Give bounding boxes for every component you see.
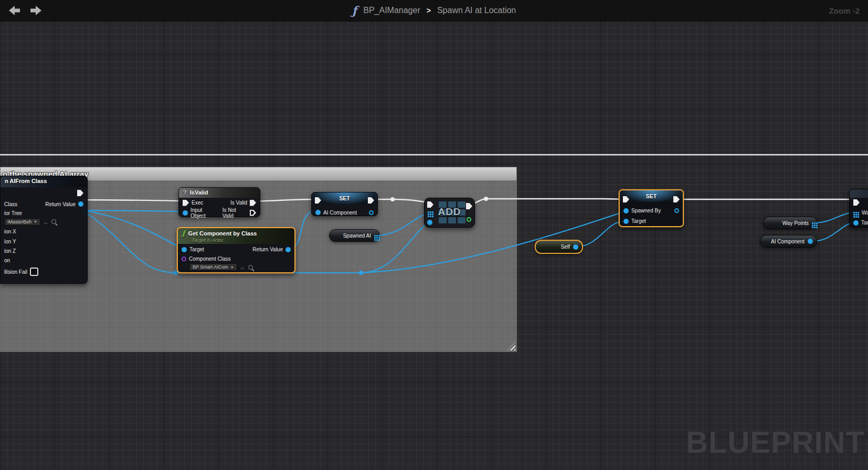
target-array-pin[interactable] [428, 211, 429, 213]
node-title-bar: SET [312, 193, 377, 204]
forward-arrow-icon[interactable] [29, 4, 43, 17]
question-mark-icon: ? [183, 189, 187, 196]
pin-label-class: Class [4, 201, 17, 207]
function-icon: ƒ [352, 4, 357, 17]
spawned-by-out-pin[interactable] [674, 208, 679, 213]
pin-label-target: Target [631, 218, 646, 224]
new-item-pin[interactable] [427, 220, 432, 225]
pin-label-component-class: Component Class [189, 256, 230, 262]
is-not-valid-exec-out-pin[interactable] [250, 210, 256, 216]
way-points-array-pin[interactable] [853, 212, 855, 213]
node-spawn-ai-from-class[interactable]: n AIFrom Class Class Return Value ior Tr… [0, 176, 88, 284]
chevron-down-icon: ▼ [230, 265, 234, 269]
variable-label: AI Component [771, 239, 805, 244]
pin-label-target: Target [189, 247, 204, 252]
return-value-pin[interactable] [285, 247, 291, 252]
node-get-ai-component[interactable]: AI Component [760, 235, 817, 248]
breadcrumb-graph[interactable]: Spawn AI at Location [437, 6, 516, 15]
target-in-pin[interactable] [853, 220, 859, 226]
spawned-by-in-pin[interactable] [623, 208, 629, 213]
node-subtitle: Target is Actor [192, 237, 290, 243]
exec-in-pin[interactable] [853, 199, 860, 206]
node-get-component-by-class[interactable]: ƒ Get Component by Class Target is Actor… [177, 227, 295, 273]
pin-label-location-y: ion Y [4, 239, 16, 244]
node-array-add[interactable]: ADD [424, 198, 475, 228]
use-asset-arrow-icon[interactable]: ← [43, 219, 49, 225]
variable-label: Way Points [782, 220, 809, 226]
browse-asset-icon[interactable] [51, 219, 56, 224]
back-arrow-icon[interactable] [7, 4, 21, 17]
function-icon: ƒ [182, 229, 185, 237]
return-index-pin[interactable] [467, 217, 471, 222]
chevron-down-icon: ▼ [34, 220, 37, 223]
component-class-pin[interactable] [182, 257, 186, 261]
collision-fail-checkbox[interactable] [30, 268, 38, 276]
node-title-bar: n AIFrom Class [1, 176, 87, 187]
way-points-array-pin[interactable] [812, 222, 813, 224]
node-title-bar: ƒ Get Component by Class Target is Actor [178, 228, 294, 244]
wire-layer [0, 0, 868, 470]
return-value-pin[interactable] [78, 201, 83, 207]
use-asset-arrow-icon[interactable]: ← [240, 264, 246, 270]
self-out-pin[interactable] [573, 244, 578, 250]
target-pin[interactable] [182, 247, 187, 252]
node-title: n AIFrom Class [5, 178, 47, 184]
pin-label-way: Way [862, 210, 868, 216]
component-class-dropdown[interactable]: BP Smart AICom ▼ [189, 263, 237, 271]
pin-label-location-x: ion X [4, 229, 16, 234]
node-partial-right[interactable]: Way Targ [849, 189, 868, 228]
node-get-self[interactable]: Self [535, 240, 583, 254]
chevron-right-icon: > [427, 6, 431, 15]
node-title-bar [850, 189, 868, 198]
node-get-way-points[interactable]: Way Points [763, 217, 818, 229]
pin-label-is-not-valid: Is Not Valid [223, 207, 247, 219]
breadcrumb: ƒ BP_AIManager > Spawn AI at Location [352, 0, 516, 21]
blueprint-graph-canvas[interactable]: o the spawned AI array n AIFrom Class [0, 0, 868, 470]
ai-component-out-pin[interactable] [808, 239, 813, 244]
variable-label: Self [561, 244, 570, 250]
pin-label-input-object: Input Object [190, 207, 217, 219]
input-object-pin[interactable] [183, 210, 188, 216]
pin-label-targ: Targ [861, 220, 868, 226]
graph-toolbar: ƒ BP_AIManager > Spawn AI at Location Zo… [0, 0, 868, 22]
ai-component-in-pin[interactable] [315, 210, 321, 215]
node-title: Get Component by Class [188, 230, 257, 237]
pin-label-location-z: ion Z [4, 248, 16, 254]
spawned-ai-array-pin[interactable] [374, 235, 376, 237]
exec-out-pin[interactable] [77, 190, 83, 196]
ai-component-out-pin[interactable] [369, 210, 374, 215]
node-set-spawned-by[interactable]: SET Spawned By Target [619, 189, 684, 227]
pin-label-collision-fail: llision Fail [4, 269, 27, 275]
pin-label-return-value: Return Value [45, 201, 76, 207]
pin-label-behavior-tree: ior Tree [4, 210, 22, 216]
node-title: IsValid [190, 189, 208, 196]
pin-label-rotation: on [4, 258, 10, 263]
node-title: SET [339, 195, 350, 201]
node-set-ai-component[interactable]: SET AI Component [311, 192, 378, 216]
behavior-tree-dropdown[interactable]: IMasterBeh ▼ [4, 218, 40, 226]
pin-label-spawned-by: Spawned By [631, 208, 661, 213]
pin-label-ai-component: AI Component [323, 210, 357, 216]
is-valid-exec-out-pin[interactable] [250, 200, 256, 206]
variable-label: Spawned AI [343, 233, 371, 239]
pin-label-exec: Exec [192, 200, 203, 206]
exec-in-pin[interactable] [183, 200, 189, 206]
pin-label-is-valid: Is Valid [230, 200, 247, 206]
breadcrumb-blueprint[interactable]: BP_AIManager [363, 6, 420, 15]
node-is-valid[interactable]: ? IsValid Exec Is Valid Input Object Is … [178, 187, 260, 217]
node-title-bar: ? IsValid [179, 188, 260, 198]
browse-asset-icon[interactable] [248, 265, 253, 270]
zoom-level-label: Zoom -2 [829, 6, 868, 15]
target-in-pin[interactable] [623, 219, 629, 224]
node-title: SET [646, 193, 657, 199]
pin-label-return-value: Return Value [252, 247, 283, 252]
node-get-spawned-ai[interactable]: Spawned AI [329, 229, 380, 242]
